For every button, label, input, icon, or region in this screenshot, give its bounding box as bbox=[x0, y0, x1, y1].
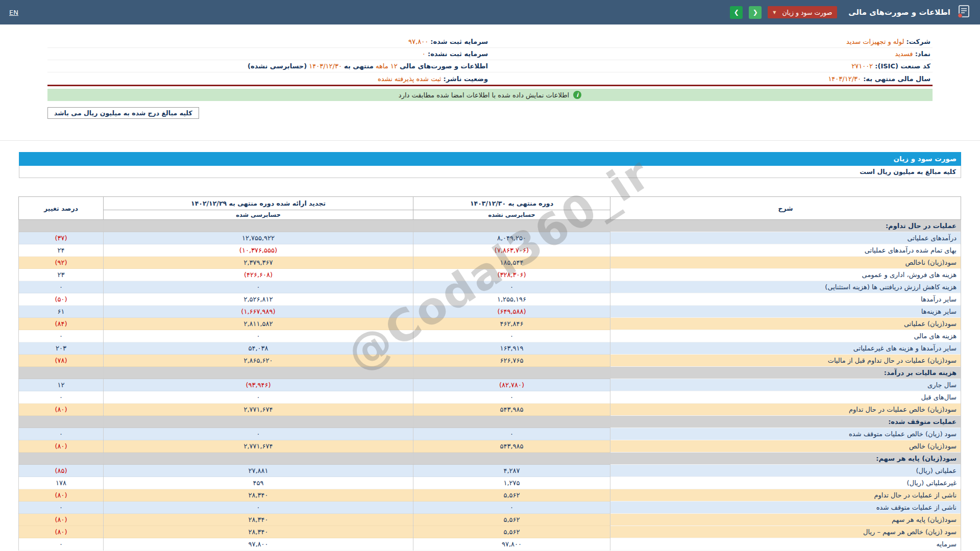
row-restated-value: ۲۷,۸۸۱ bbox=[104, 465, 413, 477]
row-description: ناشی از عملیات در حال تداوم bbox=[610, 489, 961, 502]
column-subheader-unaudited: حسابرسی نشده bbox=[413, 210, 610, 220]
table-row: عملیاتی (ریال) ۴,۲۸۷ ۲۷,۸۸۱ (۸۵) bbox=[19, 465, 961, 477]
field-value: فسدید bbox=[895, 50, 913, 58]
table-row: سال جاری (۸۲,۷۸۰) (۹۳,۹۴۶) ۱۲ bbox=[19, 379, 961, 391]
row-change-percent: (۸۰) bbox=[19, 514, 104, 526]
column-subheader-audited: حسابرسی شده bbox=[104, 210, 413, 220]
table-row: عملیات متوقف شده: bbox=[19, 416, 961, 428]
info-registered-capital: سرمایه ثبت شده: ۹۷,۸۰۰ bbox=[47, 38, 490, 45]
row-restated-value: ۰ bbox=[104, 281, 413, 293]
row-change-percent: (۸۰) bbox=[19, 440, 104, 453]
row-current-value bbox=[413, 220, 610, 232]
table-row: سود(زیان) خالص ۵۴۳,۹۸۵ ۲,۷۷۱,۶۷۴ (۸۰) bbox=[19, 440, 961, 453]
row-current-value: (۷,۸۶۳,۷۰۶) bbox=[413, 244, 610, 257]
row-restated-value: ۲۸,۳۴۰ bbox=[104, 489, 413, 502]
row-change-percent: ۰ bbox=[19, 428, 104, 440]
statement-rows: عملیات در حال تداوم: درآمدهای عملیاتی ۸,… bbox=[19, 220, 961, 550]
spacer bbox=[19, 178, 961, 196]
row-description: سود (زیان) خالص هر سهم – ریال bbox=[610, 526, 961, 538]
row-description: سود(زیان) خالص bbox=[610, 440, 961, 453]
row-description: سایر هزینه‌ها bbox=[610, 306, 961, 318]
row-description: هزینه مالیات بر درآمد: bbox=[610, 367, 961, 379]
row-current-value: ۰ bbox=[413, 391, 610, 404]
row-restated-value: ۲۸,۳۴۰ bbox=[104, 514, 413, 526]
info-publisher-status: وضعیت ناشر: ثبت شده پذیرفته نشده bbox=[47, 75, 490, 83]
table-row: سایر هزینه‌ها (۶۴۹,۵۸۸) (۱,۶۶۷,۹۸۹) ۶۱ bbox=[19, 306, 961, 318]
row-description: سال‌های قبل bbox=[610, 391, 961, 404]
row-restated-value: ۰ bbox=[104, 330, 413, 342]
row-change-percent: ۲۴ bbox=[19, 244, 104, 257]
statement-type-dropdown[interactable]: صورت سود و زیان ▼ bbox=[768, 6, 837, 18]
row-current-value bbox=[413, 367, 610, 379]
statement-section: صورت سود و زیان کلیه مبالغ به میلیون ریا… bbox=[19, 152, 961, 550]
row-description: هزینه های فروش، اداری و عمومی bbox=[610, 269, 961, 281]
info-isic-code: کد صنعت (ISIC): ۲۷۱۰۰۲ bbox=[490, 62, 933, 70]
table-row: سود (زیان) خالص هر سهم – ریال ۵,۵۶۲ ۲۸,۳… bbox=[19, 526, 961, 538]
row-change-percent: ۲۳ bbox=[19, 269, 104, 281]
company-info: شرکت: لوله و تجهیزات سدید سرمایه ثبت شده… bbox=[47, 36, 933, 86]
row-restated-value: (۹۳,۹۴۶) bbox=[104, 379, 413, 391]
row-change-percent: (۵۰) bbox=[19, 293, 104, 306]
row-current-value: ۱۶۳,۹۱۹ bbox=[413, 342, 610, 355]
row-description: سال جاری bbox=[610, 379, 961, 391]
row-restated-value: (۱,۶۶۷,۹۸۹) bbox=[104, 306, 413, 318]
chevron-down-icon: ▼ bbox=[773, 10, 776, 15]
info-company: شرکت: لوله و تجهیزات سدید bbox=[490, 38, 933, 45]
previous-statement-button[interactable]: ❮ bbox=[749, 6, 762, 19]
row-restated-value: ۹۷,۸۰۰ bbox=[104, 538, 413, 550]
field-label: وضعیت ناشر: bbox=[444, 75, 488, 83]
next-statement-button[interactable]: ❯ bbox=[730, 6, 743, 19]
field-label: نماد: bbox=[915, 50, 930, 58]
statement-amounts-note: کلیه مبالغ به میلیون ریال است bbox=[19, 166, 961, 178]
info-row: شرکت: لوله و تجهیزات سدید سرمایه ثبت شده… bbox=[47, 36, 933, 48]
amounts-note: کلیه مبالغ درج شده به میلیون ریال می باش… bbox=[47, 107, 199, 119]
info-symbol: نماد: فسدید bbox=[490, 50, 933, 58]
row-current-value: ۵۴۳,۹۸۵ bbox=[413, 404, 610, 416]
row-change-percent: (۳۷) bbox=[19, 232, 104, 244]
row-change-percent: ۰ bbox=[19, 538, 104, 550]
row-current-value: ۶۲۶,۷۶۵ bbox=[413, 355, 610, 367]
info-row: کد صنعت (ISIC): ۲۷۱۰۰۲ اطلاعات و صورت‌ها… bbox=[47, 60, 933, 72]
statement-title-bar: صورت سود و زیان bbox=[19, 152, 961, 166]
row-change-percent: (۸۴) bbox=[19, 318, 104, 330]
row-change-percent bbox=[19, 453, 104, 465]
row-current-value: ۴,۲۸۷ bbox=[413, 465, 610, 477]
row-change-percent: (۸۰) bbox=[19, 404, 104, 416]
row-change-percent: (۸۵) bbox=[19, 465, 104, 477]
row-current-value: (۸۲,۷۸۰) bbox=[413, 379, 610, 391]
table-row: ناشی از عملیات متوقف شده ۰ ۰ ۰ bbox=[19, 502, 961, 514]
row-change-percent: (۸۰) bbox=[19, 526, 104, 538]
row-current-value: ۱۸۵,۵۴۴ bbox=[413, 257, 610, 269]
chevron-right-icon: ❯ bbox=[734, 9, 739, 16]
row-change-percent: (۸۰) bbox=[19, 489, 104, 502]
row-description: عملیاتی (ریال) bbox=[610, 465, 961, 477]
field-label: شرکت: bbox=[906, 38, 930, 45]
row-current-value: ۵۴۳,۹۸۵ bbox=[413, 440, 610, 453]
table-row: سال‌های قبل ۰ ۰ ۰ bbox=[19, 391, 961, 404]
field-value: ۲۷۱۰۰۲ bbox=[851, 62, 873, 70]
row-restated-value bbox=[104, 416, 413, 428]
row-change-percent: ۱۲ bbox=[19, 379, 104, 391]
row-restated-value: (۱۰,۳۷۶,۵۵۵) bbox=[104, 244, 413, 257]
row-restated-value: ۲,۵۲۶,۸۱۲ bbox=[104, 293, 413, 306]
income-statement-table: شرح دوره منتهی به ۱۴۰۳/۱۲/۳۰ تجدید ارائه… bbox=[18, 196, 961, 550]
period-audit-status: (حسابرسی نشده) bbox=[248, 62, 307, 70]
row-current-value: (۳۲۸,۳۰۶) bbox=[413, 269, 610, 281]
table-row: سود(زیان) ناخالص ۱۸۵,۵۴۴ ۲,۳۷۹,۳۶۷ (۹۲) bbox=[19, 257, 961, 269]
info-period: اطلاعات و صورت‌های مالی ۱۲ ماهه منتهی به… bbox=[47, 62, 490, 70]
field-value: ثبت شده پذیرفته نشده bbox=[378, 75, 441, 83]
field-label: سرمایه ثبت شده: bbox=[430, 38, 488, 45]
table-row: سایر درآمدها ۱,۲۵۵,۱۹۶ ۲,۵۲۶,۸۱۲ (۵۰) bbox=[19, 293, 961, 306]
signature-match-text: اطلاعات نمایش داده شده با اطلاعات امضا ش… bbox=[399, 91, 569, 99]
row-description: سود(زیان) عملیات در حال تداوم قبل از مال… bbox=[610, 355, 961, 367]
row-change-percent: ۰ bbox=[19, 330, 104, 342]
table-header: شرح دوره منتهی به ۱۴۰۳/۱۲/۳۰ تجدید ارائه… bbox=[19, 197, 961, 220]
language-toggle-en[interactable]: EN bbox=[9, 9, 18, 16]
amounts-note-wrap: کلیه مبالغ درج شده به میلیون ریال می باش… bbox=[47, 107, 933, 119]
period-months: ۱۲ ماهه bbox=[376, 62, 398, 70]
period-text: منتهی به bbox=[344, 62, 374, 70]
table-row: هزینه های مالی ۰ ۰ ۰ bbox=[19, 330, 961, 342]
row-current-value: ۹۷,۸۰۰ bbox=[413, 538, 610, 550]
field-value: ۱۴۰۳/۱۲/۳۰ bbox=[828, 75, 861, 83]
info-unregistered-capital: سرمایه ثبت نشده: ۰ bbox=[47, 50, 490, 58]
